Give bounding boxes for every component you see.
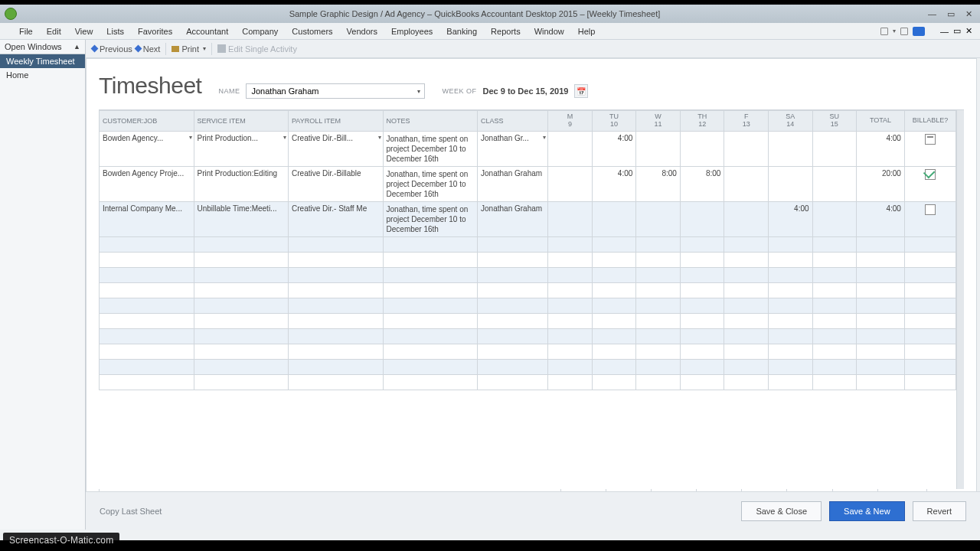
menu-employees[interactable]: Employees <box>384 27 439 36</box>
weekof-label: WEEK OF <box>442 87 476 95</box>
help-flag-icon[interactable] <box>913 27 925 36</box>
sidebar-item-weekly-timesheet[interactable]: Weekly Timesheet <box>0 54 85 68</box>
menu-app-icon <box>3 27 12 36</box>
copy-last-sheet-link[interactable]: Copy Last Sheet <box>100 507 162 516</box>
maximize-button[interactable]: ▭ <box>947 9 955 19</box>
titlebar: Sample Graphic Design / Ad Agency – Quic… <box>0 5 980 23</box>
print-button[interactable]: Print▾ <box>172 44 206 54</box>
previous-button[interactable]: Previous <box>92 44 132 54</box>
menu-customers[interactable]: Customers <box>285 27 339 36</box>
name-label: NAME <box>218 87 240 95</box>
edit-single-activity-button: Edit Single Activity <box>217 44 297 54</box>
billable-checkbox[interactable] <box>925 204 936 215</box>
chevron-down-icon: ▾ <box>417 88 420 95</box>
table-row[interactable]: Bowden Agency Proje...Print Production:E… <box>100 166 956 201</box>
name-dropdown[interactable]: Jonathan Graham ▾ <box>246 83 425 99</box>
menu-company[interactable]: Company <box>235 27 285 36</box>
menubar: FileEditViewListsFavoritesAccountantComp… <box>0 23 980 40</box>
sidebar-item-home[interactable]: Home <box>0 68 85 82</box>
sidebar-header: Open Windows <box>5 42 62 51</box>
vertical-scrollbar[interactable] <box>956 110 964 489</box>
weekof-value: Dec 9 to Dec 15, 2019 <box>482 86 568 96</box>
doc-minimize-button[interactable]: — <box>940 27 949 36</box>
timesheet-table: CUSTOMER:JOBSERVICE ITEMPAYROLL ITEMNOTE… <box>99 110 956 390</box>
menu-window[interactable]: Window <box>528 27 571 36</box>
save-new-button[interactable]: Save & New <box>829 501 905 521</box>
app-icon <box>5 8 17 20</box>
revert-button[interactable]: Revert <box>913 501 966 521</box>
doc-close-button[interactable]: ✕ <box>965 26 972 36</box>
watermark: Screencast-O-Matic.com <box>3 533 119 548</box>
table-row[interactable]: Internal Company Me...Unbillable Time:Me… <box>100 201 956 236</box>
menu-vendors[interactable]: Vendors <box>340 27 384 36</box>
menu-view[interactable]: View <box>68 27 100 36</box>
minimize-button[interactable]: — <box>928 9 936 19</box>
billable-checkbox[interactable] <box>925 134 936 145</box>
menu-banking[interactable]: Banking <box>439 27 484 36</box>
expand-icon[interactable] <box>900 28 908 35</box>
menu-favorites[interactable]: Favorites <box>131 27 179 36</box>
sidebar-collapse-icon[interactable]: ▲ <box>74 43 80 51</box>
calendar-button[interactable]: 📅 <box>574 84 588 98</box>
open-windows-panel: Open Windows ▲ Weekly TimesheetHome <box>0 40 86 530</box>
save-close-button[interactable]: Save & Close <box>741 501 822 521</box>
chevron-down-icon[interactable]: ▾ <box>893 28 896 34</box>
close-button[interactable]: ✕ <box>965 9 972 19</box>
search-icon[interactable] <box>880 28 888 35</box>
billable-checkbox[interactable] <box>925 169 936 180</box>
doc-restore-button[interactable]: ▭ <box>953 26 961 36</box>
menu-accountant[interactable]: Accountant <box>179 27 235 36</box>
next-button[interactable]: Next <box>136 44 161 54</box>
subtoolbar: Previous Next Print▾ Edit Single Activit… <box>86 40 980 58</box>
window-title: Sample Graphic Design / Ad Agency – Quic… <box>21 9 928 18</box>
menu-file[interactable]: File <box>12 27 40 36</box>
menu-lists[interactable]: Lists <box>100 27 131 36</box>
page-title: Timesheet <box>99 73 201 99</box>
menu-help[interactable]: Help <box>571 27 603 36</box>
menu-reports[interactable]: Reports <box>484 27 528 36</box>
name-value: Jonathan Graham <box>251 86 318 96</box>
table-row[interactable]: Bowden Agency...▾Print Production...▾Cre… <box>100 131 956 166</box>
menu-edit[interactable]: Edit <box>40 27 68 36</box>
